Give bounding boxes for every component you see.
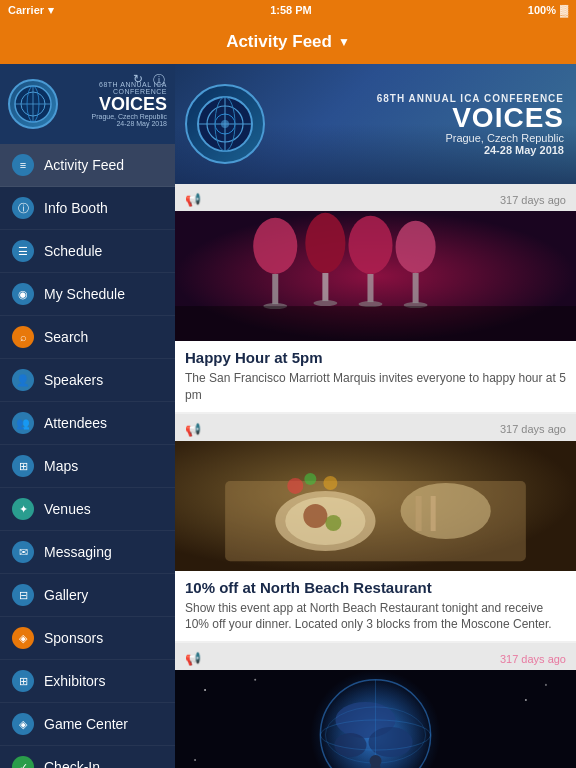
feed-item-header-3: 📢 317 days ago (175, 643, 576, 670)
svg-point-36 (304, 473, 316, 485)
svg-rect-25 (175, 306, 576, 341)
svg-rect-34 (431, 496, 436, 531)
battery-icon: ▓ (560, 4, 568, 16)
status-left: Carrier ▾ (8, 4, 54, 17)
conference-voices: VOICES (68, 95, 167, 113)
sidebar-item-speakers[interactable]: 👤 Speakers (0, 359, 175, 402)
feed-content-2: 10% off at North Beach Restaurant Show t… (175, 571, 576, 642)
sidebar-item-venues[interactable]: ✦ Venues (0, 488, 175, 531)
attendees-icon: 👥 (12, 412, 34, 434)
messaging-icon: ✉ (12, 541, 34, 563)
venues-icon: ✦ (12, 498, 34, 520)
banner-location: Prague, Czech Republic (377, 132, 564, 144)
svg-rect-33 (416, 496, 422, 531)
exhibitors-icon: ⊞ (12, 670, 34, 692)
sidebar-item-my-schedule[interactable]: ◉ My Schedule (0, 273, 175, 316)
refresh-icon[interactable]: ↻ (133, 72, 149, 88)
feed-desc-2: Show this event app at North Beach Resta… (185, 600, 566, 634)
svg-point-13 (253, 218, 297, 274)
svg-point-31 (325, 515, 341, 531)
sidebar-label-info-booth: Info Booth (44, 200, 108, 216)
sidebar-label-schedule: Schedule (44, 243, 102, 259)
svg-point-37 (323, 476, 337, 490)
feed-item-restaurant[interactable]: 📢 317 days ago (175, 414, 576, 642)
sidebar-label-messaging: Messaging (44, 544, 112, 560)
sidebar-label-activity-feed: Activity Feed (44, 157, 124, 173)
sidebar-label-attendees: Attendees (44, 415, 107, 431)
sidebar-label-sponsors: Sponsors (44, 630, 103, 646)
globe-svg (175, 670, 576, 768)
sidebar-label-venues: Venues (44, 501, 91, 517)
nav-bar: Activity Feed ▼ (0, 20, 576, 64)
info-icon[interactable]: ⓘ (153, 72, 169, 88)
feed-item-happy-hour[interactable]: 📢 317 days ago (175, 184, 576, 412)
status-bar: Carrier ▾ 1:58 PM 100% ▓ (0, 0, 576, 20)
svg-point-11 (221, 120, 229, 128)
sidebar-item-messaging[interactable]: ✉ Messaging (0, 531, 175, 574)
logo-svg (13, 84, 53, 124)
sponsors-icon: ◈ (12, 627, 34, 649)
sidebar-item-attendees[interactable]: 👥 Attendees (0, 402, 175, 445)
wine-image (175, 211, 576, 341)
carrier-label: Carrier (8, 4, 44, 16)
wine-svg (175, 211, 576, 341)
battery-label: 100% (528, 4, 556, 16)
sidebar-item-info-booth[interactable]: ⓘ Info Booth (0, 187, 175, 230)
sidebar-label-check-in: Check-In (44, 759, 100, 768)
conference-banner: 68TH ANNUAL ICA CONFERENCE VOICES Prague… (175, 64, 576, 184)
maps-icon: ⊞ (12, 455, 34, 477)
sidebar-label-search: Search (44, 329, 88, 345)
game-center-icon: ◈ (12, 713, 34, 735)
sidebar-item-schedule[interactable]: ☰ Schedule (0, 230, 175, 273)
feed-desc-1: The San Francisco Marriott Marquis invit… (185, 370, 566, 404)
sidebar-item-game-center[interactable]: ◈ Game Center (0, 703, 175, 746)
banner-annual: 68TH ANNUAL ICA CONFERENCE (377, 93, 564, 104)
announce-icon-1: 📢 (185, 192, 201, 207)
sidebar-label-gallery: Gallery (44, 587, 88, 603)
announce-icon-2: 📢 (185, 422, 201, 437)
svg-point-41 (525, 699, 527, 701)
check-in-icon: ✓ (12, 756, 34, 768)
feed-item-keynote[interactable]: 📢 317 days ago (175, 643, 576, 768)
feed-title-2: 10% off at North Beach Restaurant (185, 579, 566, 596)
svg-point-22 (396, 221, 436, 273)
sidebar-header-icons: ↻ ⓘ (133, 72, 169, 88)
svg-point-40 (254, 679, 256, 681)
svg-point-19 (348, 216, 392, 274)
svg-rect-14 (272, 274, 278, 304)
sidebar-label-exhibitors: Exhibitors (44, 673, 105, 689)
feed-item-header-1: 📢 317 days ago (175, 184, 576, 211)
sidebar-label-my-schedule: My Schedule (44, 286, 125, 302)
dropdown-arrow[interactable]: ▼ (338, 35, 350, 49)
info-booth-icon: ⓘ (12, 197, 34, 219)
svg-point-35 (287, 478, 303, 494)
my-schedule-icon: ◉ (12, 283, 34, 305)
sidebar-item-sponsors[interactable]: ◈ Sponsors (0, 617, 175, 660)
conference-logo (8, 79, 58, 129)
feed-item-header-2: 📢 317 days ago (175, 414, 576, 441)
sidebar-item-maps[interactable]: ⊞ Maps (0, 445, 175, 488)
sidebar-label-speakers: Speakers (44, 372, 103, 388)
svg-point-39 (204, 689, 206, 691)
content-area: 68TH ANNUAL ICA CONFERENCE VOICES Prague… (175, 64, 576, 768)
sidebar-item-exhibitors[interactable]: ⊞ Exhibitors (0, 660, 175, 703)
activity-feed-icon: ≡ (12, 154, 34, 176)
sidebar-header: ↻ ⓘ 68TH ANNUAL ICA CONFERENCE VOICES Pr… (0, 64, 175, 144)
sidebar-item-gallery[interactable]: ⊟ Gallery (0, 574, 175, 617)
banner-text: 68TH ANNUAL ICA CONFERENCE VOICES Prague… (377, 93, 564, 156)
svg-point-43 (194, 759, 196, 761)
sidebar-item-search[interactable]: ⌕ Search (0, 316, 175, 359)
feed-content-1: Happy Hour at 5pm The San Francisco Marr… (175, 341, 576, 412)
banner-logo-svg (195, 94, 255, 154)
nav-title[interactable]: Activity Feed ▼ (226, 32, 350, 52)
sidebar-label-maps: Maps (44, 458, 78, 474)
sidebar-item-check-in[interactable]: ✓ Check-In (0, 746, 175, 768)
feed-title-1: Happy Hour at 5pm (185, 349, 566, 366)
banner-voices: VOICES (377, 104, 564, 132)
conference-location: Prague, Czech Republic (68, 113, 167, 120)
sidebar-item-activity-feed[interactable]: ≡ Activity Feed (0, 144, 175, 187)
svg-point-49 (334, 733, 366, 757)
status-right: 100% ▓ (528, 4, 568, 16)
conference-dates: 24-28 May 2018 (68, 120, 167, 127)
banner-date: 24-28 May 2018 (377, 144, 564, 156)
